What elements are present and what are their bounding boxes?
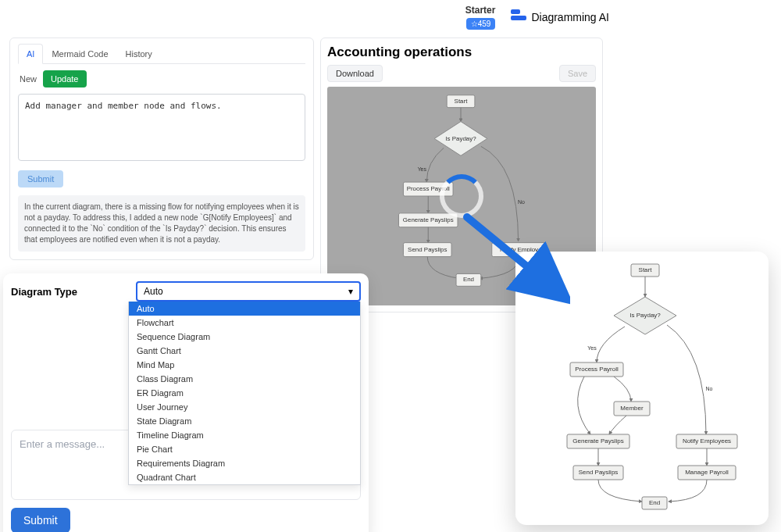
node-generate-payslips: Generate Payslips — [403, 216, 454, 223]
diagram-type-option[interactable]: Auto — [129, 302, 360, 316]
brand-name: Diagramming AI — [531, 11, 609, 23]
result-node-member: Member — [620, 405, 644, 412]
diagram-type-option[interactable]: Quadrant Chart — [129, 470, 360, 484]
new-link[interactable]: New — [20, 74, 37, 84]
result-node-process-payroll: Process Payroll — [575, 366, 619, 373]
node-start: Start — [455, 98, 469, 105]
result-node-send-payslips: Send Payslips — [579, 469, 619, 476]
diagram-type-panel: Diagram Type Auto ▾ Auto Flowchart Seque… — [3, 273, 369, 532]
brand: Diagramming AI — [511, 9, 609, 25]
tab-ai[interactable]: AI — [18, 44, 43, 64]
diagram-type-option[interactable]: Sequence Diagram — [129, 330, 360, 344]
result-edge-no: No — [706, 386, 713, 391]
update-button[interactable]: Update — [43, 70, 86, 87]
plan-label: Starter — [465, 5, 496, 16]
result-edge-yes: Yes — [587, 345, 597, 351]
ai-response-text: In the current diagram, there is a missi… — [18, 195, 305, 252]
callout-arrow-icon — [461, 211, 570, 305]
submit-instruction-button[interactable]: Submit — [18, 170, 63, 187]
diagram-type-option[interactable]: Gantt Chart — [129, 344, 360, 358]
diagram-title: Accounting operations — [327, 45, 596, 60]
editor-tabs: AI Mermaid Code History — [18, 43, 305, 64]
diagram-type-option[interactable]: User Journey — [129, 400, 360, 414]
editor-panel: AI Mermaid Code History New Update Submi… — [9, 37, 314, 260]
download-button[interactable]: Download — [327, 65, 383, 82]
edge-no: No — [518, 199, 525, 205]
node-send-payslips: Send Payslips — [408, 246, 447, 253]
result-node-decision: Is Payday? — [629, 312, 661, 319]
result-node-notify: Notify Employees — [683, 437, 731, 445]
chevron-down-icon: ▾ — [348, 286, 353, 297]
tab-mermaid[interactable]: Mermaid Code — [43, 44, 116, 64]
diagram-type-dropdown: Auto Flowchart Sequence Diagram Gantt Ch… — [128, 302, 361, 485]
diagram-type-option[interactable]: ER Diagram — [129, 386, 360, 400]
diagram-type-option[interactable]: Flowchart — [129, 316, 360, 330]
diagram-type-select[interactable]: Auto ▾ — [136, 281, 361, 302]
instruction-input[interactable] — [18, 94, 305, 161]
submit-button[interactable]: Submit — [11, 508, 70, 532]
result-node-generate-payslips: Generate Payslips — [572, 437, 623, 445]
save-button[interactable]: Save — [559, 65, 596, 82]
diagram-type-label: Diagram Type — [11, 286, 128, 298]
result-node-start: Start — [639, 266, 653, 273]
diagram-type-option[interactable]: Requirements Diagram — [129, 456, 360, 470]
diagram-type-option[interactable]: State Diagram — [129, 414, 360, 428]
diagram-type-option[interactable]: Class Diagram — [129, 372, 360, 386]
result-node-manage-payroll: Manage Payroll — [685, 469, 729, 476]
diagram-type-option[interactable]: Timeline Diagram — [129, 428, 360, 442]
result-node-end: End — [649, 499, 660, 506]
diagram-type-option[interactable]: Mind Map — [129, 358, 360, 372]
diagram-type-selected: Auto — [144, 286, 163, 297]
credits-badge: ☆459 — [466, 18, 496, 30]
node-decision: Is Payday? — [445, 135, 476, 142]
diagram-type-option[interactable]: Pie Chart — [129, 442, 360, 456]
brand-logo-icon — [511, 9, 526, 25]
tab-history[interactable]: History — [117, 44, 161, 64]
edge-yes: Yes — [418, 166, 427, 172]
